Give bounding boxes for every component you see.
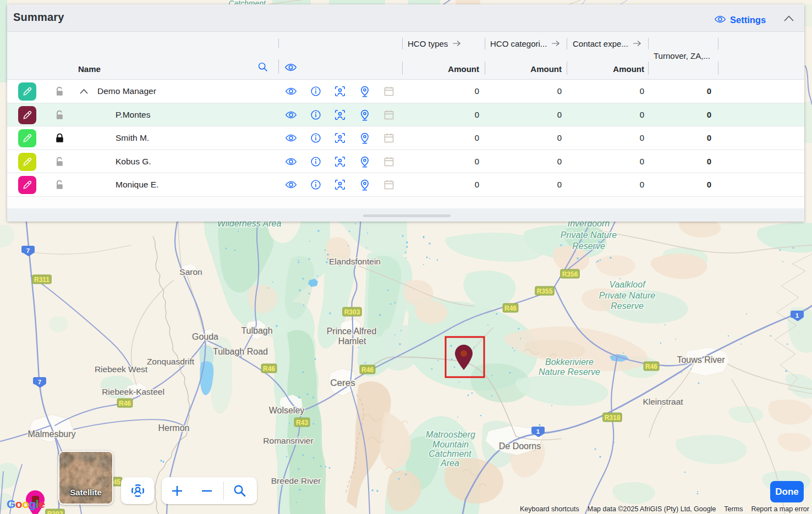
svg-text:R318: R318 — [605, 414, 621, 422]
svg-text:Romansrivier: Romansrivier — [263, 436, 313, 445]
svg-text:Hermon: Hermon — [158, 423, 190, 433]
svg-text:7: 7 — [26, 247, 30, 254]
svg-text:Reserve: Reserve — [572, 241, 605, 251]
svg-text:Catchment: Catchment — [429, 449, 471, 458]
svg-text:Bokkeriviere: Bokkeriviere — [545, 357, 594, 367]
svg-text:R46: R46 — [645, 363, 657, 371]
svg-text:De Doorns: De Doorns — [499, 441, 541, 451]
svg-text:Hamlet: Hamlet — [338, 336, 366, 346]
svg-text:Riebeek West: Riebeek West — [95, 364, 148, 374]
svg-text:Malmesbury: Malmesbury — [28, 429, 75, 439]
svg-text:Ceres: Ceres — [330, 378, 355, 388]
svg-text:Private Nature: Private Nature — [561, 230, 617, 240]
svg-text:1: 1 — [795, 312, 799, 319]
svg-text:Vaalkloof: Vaalkloof — [609, 280, 646, 289]
svg-text:R302: R302 — [47, 510, 63, 514]
svg-text:Mountain: Mountain — [432, 440, 469, 449]
svg-text:R43: R43 — [296, 419, 308, 427]
svg-text:Zonquasdrift: Zonquasdrift — [147, 357, 195, 366]
svg-text:Matroosberg: Matroosberg — [426, 430, 475, 439]
svg-text:R356: R356 — [562, 270, 578, 278]
svg-text:Gouda: Gouda — [192, 332, 218, 341]
svg-text:Private Nature: Private Nature — [599, 291, 655, 300]
svg-text:Reserve: Reserve — [611, 301, 644, 311]
svg-text:R46: R46 — [119, 400, 131, 407]
svg-text:Breede River: Breede River — [271, 476, 321, 485]
svg-text:R311: R311 — [34, 276, 50, 284]
svg-text:Nature Reserve: Nature Reserve — [539, 367, 600, 377]
svg-text:Wolseley: Wolseley — [269, 406, 305, 415]
svg-text:Saron: Saron — [179, 267, 202, 277]
svg-text:R46: R46 — [263, 365, 275, 373]
svg-text:Elandsfontein: Elandsfontein — [329, 257, 381, 266]
svg-text:1: 1 — [536, 428, 540, 435]
svg-text:Prince Alfred: Prince Alfred — [327, 327, 377, 336]
svg-text:R355: R355 — [537, 288, 553, 295]
svg-text:R46: R46 — [504, 305, 517, 312]
svg-text:Touws River: Touws River — [677, 355, 725, 364]
svg-text:Tulbagh Road: Tulbagh Road — [213, 347, 268, 356]
svg-text:Tulbagh: Tulbagh — [241, 326, 272, 335]
svg-text:R46: R46 — [361, 366, 374, 374]
svg-text:Riebeek-Kasteel: Riebeek-Kasteel — [102, 387, 164, 396]
svg-text:R303: R303 — [344, 308, 360, 316]
svg-text:Kleinstraat: Kleinstraat — [643, 397, 683, 406]
svg-text:7: 7 — [38, 379, 41, 385]
svg-text:Area: Area — [440, 458, 459, 468]
